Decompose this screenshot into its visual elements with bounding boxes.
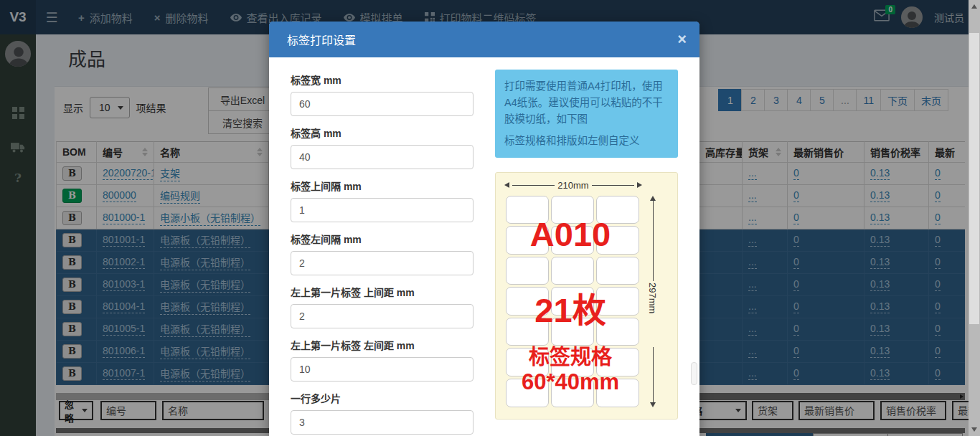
field-label: 左上第一片标签 左间距 mm <box>291 338 473 352</box>
scrollbar-thumb[interactable] <box>969 33 979 324</box>
field-input-3[interactable] <box>291 251 473 275</box>
label-sticker-cell <box>551 257 594 285</box>
label-print-settings-modal: 标签打印设置 × 标签宽 mm标签高 mm标签上间隔 mm标签左间隔 mm左上第… <box>269 22 699 436</box>
printer-info-box: 打印需要使用普通A4打印机，使用A4纸张。建议使用可以粘贴的不干胶模切纸，如下图… <box>495 70 678 158</box>
modal-body: 标签宽 mm标签高 mm标签上间隔 mm标签左间隔 mm左上第一片标签 上间距 … <box>269 57 699 436</box>
form-field: 标签左间隔 mm <box>291 232 473 275</box>
sheet-height-label: 297mm <box>647 283 658 313</box>
field-input-6[interactable] <box>291 410 473 435</box>
field-label: 一行多少片 <box>291 391 473 405</box>
sheet-spec-label-2: 60*40mm <box>500 371 641 393</box>
form-field: 左上第一片标签 左间距 mm <box>291 338 473 382</box>
info-line: 标签规格和排版如左侧自定义 <box>504 133 669 149</box>
info-line: 打印需要使用普通A4打印机，使用A4纸张。建议使用可以粘贴的不干胶模切纸，如下图 <box>504 78 669 128</box>
page-vertical-scrollbar[interactable] <box>969 0 980 436</box>
arrow-left-icon <box>504 182 509 188</box>
form-field: 左上第一片标签 上间距 mm <box>291 285 473 328</box>
scroll-down-arrow[interactable] <box>971 427 977 432</box>
sheet-width-dimension: 210mm <box>504 180 642 191</box>
field-input-2[interactable] <box>291 198 473 222</box>
modal-right-column: 打印需要使用普通A4打印机，使用A4纸张。建议使用可以粘贴的不干胶模切纸，如下图… <box>495 70 678 420</box>
sheet-spec-label-1: 标签规格 <box>500 347 641 368</box>
label-sticker-cell <box>596 257 639 285</box>
sheet-count-label: 21枚 <box>500 293 641 327</box>
scroll-up-arrow[interactable] <box>971 4 977 9</box>
form-field: 标签上间隔 mm <box>291 179 473 222</box>
field-label: 标签高 mm <box>291 125 473 140</box>
form-field: 标签宽 mm <box>291 72 473 116</box>
field-label: 标签左间隔 mm <box>291 232 473 246</box>
sheet-width-label: 210mm <box>557 180 588 191</box>
field-label: 标签宽 mm <box>291 72 473 87</box>
arrow-right-icon <box>637 182 642 188</box>
modal-header: 标签打印设置 × <box>269 22 699 57</box>
sheet-code-label: A010 <box>500 217 641 251</box>
form-field: 一行多少片 <box>291 391 473 435</box>
modal-title: 标签打印设置 <box>287 31 356 48</box>
close-icon[interactable]: × <box>677 32 687 47</box>
field-input-4[interactable] <box>291 304 473 328</box>
arrow-down-icon <box>650 402 656 407</box>
field-input-1[interactable] <box>291 145 473 169</box>
field-input-0[interactable] <box>291 92 473 116</box>
modal-scrollbar-thumb[interactable] <box>691 362 697 385</box>
label-settings-form: 标签宽 mm标签高 mm标签上间隔 mm标签左间隔 mm左上第一片标签 上间距 … <box>291 72 473 435</box>
field-label: 左上第一片标签 上间距 mm <box>291 285 473 299</box>
label-sticker-cell <box>506 257 549 285</box>
field-input-5[interactable] <box>291 357 473 382</box>
label-sheet-preview: 210mm 297mm A010 21枚 标签规格 60*40mm <box>495 172 678 420</box>
sheet-height-dimension: 297mm <box>649 196 666 407</box>
field-label: 标签上间隔 mm <box>291 179 473 193</box>
form-field: 标签高 mm <box>291 125 473 169</box>
